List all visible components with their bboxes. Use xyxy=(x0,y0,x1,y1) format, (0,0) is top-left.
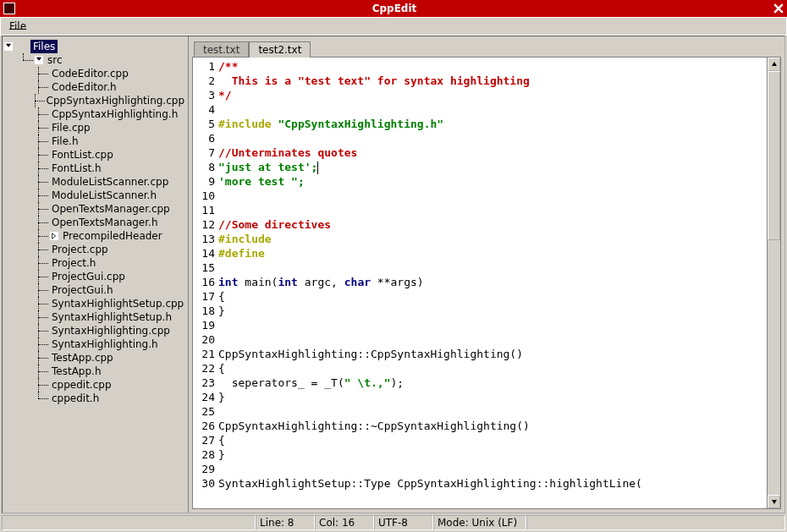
code-area[interactable]: /** This is a "test text" for syntax hig… xyxy=(218,58,767,508)
scroll-thumb[interactable] xyxy=(768,71,780,240)
tree-item[interactable]: CodeEditor.cpp xyxy=(4,67,186,80)
tree-root[interactable]: Files xyxy=(4,40,186,53)
tree-item[interactable]: File.cpp xyxy=(4,121,186,134)
tree-item-label: src xyxy=(46,54,64,66)
tree-item-label: cppedit.cpp xyxy=(50,379,113,391)
tree-item[interactable]: Project.cpp xyxy=(4,243,186,256)
editor-tab[interactable]: test.txt xyxy=(194,41,249,58)
tree-item-label: TestApp.h xyxy=(50,365,103,377)
tree-item-label: Project.cpp xyxy=(50,244,110,255)
scroll-track[interactable] xyxy=(768,71,780,495)
tree-item[interactable]: SyntaxHighlightSetup.h xyxy=(4,310,186,324)
tree-item[interactable]: ProjectGui.h xyxy=(4,283,186,297)
menubar: File xyxy=(0,17,787,36)
tree-item-label: PrecompiledHeader xyxy=(61,230,164,242)
tree-item[interactable]: File.h xyxy=(4,134,186,148)
tree-item-label: OpenTextsManager.cpp xyxy=(50,203,172,215)
tree-item[interactable]: CodeEditor.h xyxy=(4,80,186,94)
tree-item[interactable]: CppSyntaxHighlighting.cpp xyxy=(4,94,186,107)
statusbar: Line: 8Col: 16UTF-8Mode: Unix (LF) xyxy=(2,515,785,530)
app-menu-icon[interactable] xyxy=(3,3,15,14)
svg-marker-4 xyxy=(772,500,777,504)
scroll-up-button[interactable] xyxy=(768,58,780,71)
window-title: CppEdit xyxy=(19,3,770,14)
tree-item-label: ModuleListScanner.cpp xyxy=(50,176,170,188)
tree-item[interactable]: CppSyntaxHighlighting.h xyxy=(4,107,186,121)
tree-item-label: CppSyntaxHighlighting.h xyxy=(50,108,179,120)
svg-marker-0 xyxy=(6,44,11,47)
code-editor[interactable]: 1234567891011121314151617181920212223242… xyxy=(192,57,781,509)
client-area: Files srcCodeEditor.cppCodeEditor.hCppSy… xyxy=(2,36,785,513)
text-cursor xyxy=(317,162,318,174)
menu-file[interactable]: File xyxy=(4,19,31,34)
tree-item[interactable]: cppedit.cpp xyxy=(4,378,186,392)
chevron-up-icon xyxy=(771,61,778,68)
status-cell: Mode: Unix (LF) xyxy=(433,515,526,530)
tree-item[interactable]: TestApp.h xyxy=(4,365,186,378)
file-tree: Files srcCodeEditor.cppCodeEditor.hCppSy… xyxy=(4,40,186,405)
tree-item[interactable]: SyntaxHighlightSetup.cpp xyxy=(4,297,186,310)
window-titlebar: CppEdit xyxy=(0,0,787,17)
tree-item-label: ProjectGui.cpp xyxy=(50,271,127,282)
file-tree-pane[interactable]: Files srcCodeEditor.cppCodeEditor.hCppSy… xyxy=(3,36,189,513)
tree-item-label: File.h xyxy=(50,135,80,147)
status-cell: UTF-8 xyxy=(374,515,433,530)
tree-item-label: FontList.h xyxy=(50,162,103,174)
tree-item[interactable]: Project.h xyxy=(4,256,186,270)
tree-item[interactable]: SyntaxHighlighting.cpp xyxy=(4,324,186,337)
status-cell: Line: 8 xyxy=(256,515,315,530)
tree-item[interactable]: FontList.cpp xyxy=(4,148,186,162)
editor-pane: test.txttest2.txt 1234567891011121314151… xyxy=(189,36,784,513)
chevron-down-icon xyxy=(771,498,778,505)
tree-item[interactable]: cppedit.h xyxy=(4,392,186,405)
tree-item-label: OpenTextsManager.h xyxy=(50,217,160,228)
svg-marker-1 xyxy=(36,58,41,61)
scroll-down-button[interactable] xyxy=(768,495,780,508)
status-cell xyxy=(2,515,256,530)
tree-item-label: SyntaxHighlightSetup.cpp xyxy=(50,298,185,310)
tree-item-label: CppSyntaxHighlighting.cpp xyxy=(45,95,186,107)
tree-item-label: cppedit.h xyxy=(50,392,101,404)
tree-item-label: File.cpp xyxy=(50,122,92,134)
expander-open-icon[interactable] xyxy=(4,42,13,51)
tree-root-label: Files xyxy=(30,40,58,53)
editor-tabs: test.txttest2.txt xyxy=(189,40,784,57)
status-cell xyxy=(526,515,785,530)
tree-item-label: SyntaxHighlighting.cpp xyxy=(50,325,172,337)
tree-item[interactable]: OpenTextsManager.h xyxy=(4,216,186,229)
expander-closed-icon[interactable] xyxy=(50,232,58,240)
tree-item-label: ModuleListScanner.h xyxy=(50,189,158,201)
tree-item[interactable]: ProjectGui.cpp xyxy=(4,270,186,283)
svg-marker-2 xyxy=(52,233,56,239)
tree-item[interactable]: ModuleListScanner.cpp xyxy=(4,175,186,189)
tree-item[interactable]: PrecompiledHeader xyxy=(4,229,186,243)
expander-open-icon[interactable] xyxy=(35,56,43,64)
tree-item-label: ProjectGui.h xyxy=(50,284,115,296)
tree-item[interactable]: SyntaxHighlighting.h xyxy=(4,337,186,351)
tree-item[interactable]: ModuleListScanner.h xyxy=(4,189,186,202)
tree-item-label: TestApp.cpp xyxy=(50,352,115,364)
tree-item-label: FontList.cpp xyxy=(50,149,115,161)
tree-item[interactable]: OpenTextsManager.cpp xyxy=(4,202,186,216)
vertical-scrollbar[interactable] xyxy=(767,58,780,508)
tree-item-label: Project.h xyxy=(50,257,97,269)
window-close-button[interactable] xyxy=(770,1,787,16)
tree-item-label: SyntaxHighlighting.h xyxy=(50,338,160,350)
tree-item-label: CodeEditor.cpp xyxy=(50,68,130,80)
close-icon xyxy=(773,3,784,14)
tree-item[interactable]: TestApp.cpp xyxy=(4,351,186,365)
editor-tab[interactable]: test2.txt xyxy=(249,41,311,58)
svg-marker-3 xyxy=(772,62,777,66)
line-number-gutter: 1234567891011121314151617181920212223242… xyxy=(193,58,218,508)
tree-item-label: SyntaxHighlightSetup.h xyxy=(50,311,173,323)
tree-item-label: CodeEditor.h xyxy=(50,81,118,93)
tree-item[interactable]: src xyxy=(4,53,186,67)
tree-item[interactable]: FontList.h xyxy=(4,162,186,175)
status-cell: Col: 16 xyxy=(315,515,374,530)
